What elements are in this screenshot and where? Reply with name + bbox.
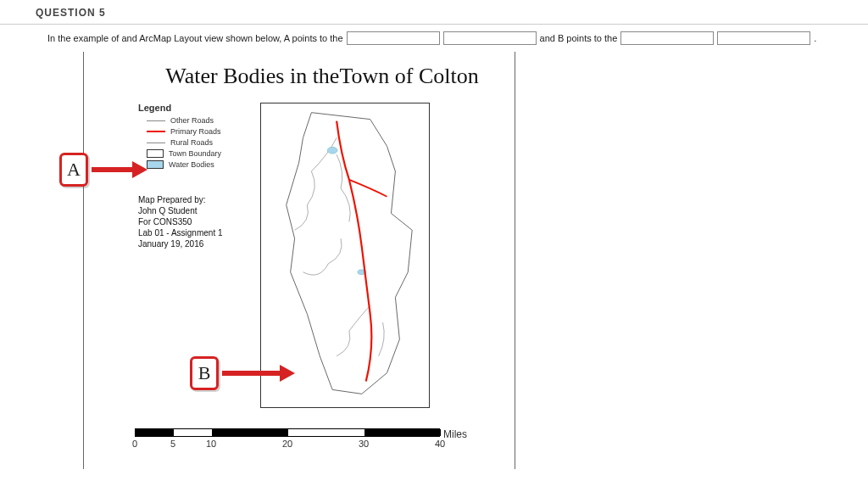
- answer-b-input-2[interactable]: [717, 31, 810, 45]
- scale-tick: 20: [282, 439, 292, 449]
- line-swatch: [147, 143, 165, 143]
- callout-b-arrow-head: [280, 365, 295, 382]
- question-label: QUESTION 5: [0, 0, 868, 25]
- legend-label: Water Bodies: [169, 160, 214, 169]
- callout-b-arrow: [222, 371, 281, 376]
- map-credits: Map Prepared by: John Q Student For CONS…: [138, 194, 248, 249]
- legend-title: Legend: [138, 103, 248, 113]
- callout-b-box: B: [190, 356, 219, 390]
- answer-a-input-2[interactable]: [443, 31, 537, 45]
- svg-point-0: [327, 147, 337, 154]
- answer-a-input-1[interactable]: [347, 31, 440, 45]
- legend-label: Other Roads: [170, 116, 214, 125]
- prompt-period: .: [814, 33, 816, 43]
- question-prompt: In the example of and ArcMap Layout view…: [0, 25, 868, 52]
- legend-item: Rural Roads: [147, 138, 248, 147]
- scale-tick: 0: [132, 439, 137, 449]
- scale-tick: 40: [435, 439, 445, 449]
- legend-label: Town Boundary: [169, 149, 221, 158]
- map-layout-image: Water Bodies in theTown of Colton Legend…: [83, 52, 515, 469]
- legend-label: Primary Roads: [170, 127, 221, 136]
- map-data-frame: [260, 103, 430, 408]
- answer-b-input-1[interactable]: [620, 31, 714, 45]
- legend-item: Other Roads: [147, 116, 248, 125]
- scale-bar: 0 5 10 20 30 40: [135, 428, 498, 450]
- line-swatch: [147, 131, 165, 132]
- prompt-text-1: In the example of and ArcMap Layout view…: [47, 33, 343, 43]
- legend-item: Town Boundary: [147, 149, 248, 158]
- scale-tick: 5: [170, 439, 175, 449]
- credit-line: January 19, 2016: [138, 238, 248, 249]
- map-legend: Legend Other Roads Primary Roads Rural R…: [138, 103, 248, 169]
- scale-tick: 10: [206, 439, 216, 449]
- legend-label: Rural Roads: [170, 138, 213, 147]
- callout-b-label: B: [198, 362, 211, 384]
- legend-item: Primary Roads: [147, 127, 248, 136]
- legend-item: Water Bodies: [147, 160, 248, 169]
- box-swatch: [147, 149, 164, 158]
- prompt-text-2: and B points to the: [540, 33, 618, 43]
- credit-line: Map Prepared by:: [138, 194, 248, 205]
- map-title: Water Bodies in theTown of Colton: [138, 64, 506, 89]
- credit-line: For CONS350: [138, 216, 248, 227]
- callout-a-box: A: [59, 153, 88, 187]
- scale-tick: 30: [359, 439, 369, 449]
- callout-a-label: A: [67, 159, 81, 181]
- callout-a-arrow: [92, 167, 134, 172]
- line-swatch: [147, 120, 165, 121]
- map-svg: [261, 103, 429, 407]
- credit-line: Lab 01 - Assignment 1: [138, 227, 248, 238]
- box-swatch: [147, 160, 164, 169]
- callout-a-arrow-head: [132, 161, 147, 178]
- credit-line: John Q Student: [138, 205, 248, 216]
